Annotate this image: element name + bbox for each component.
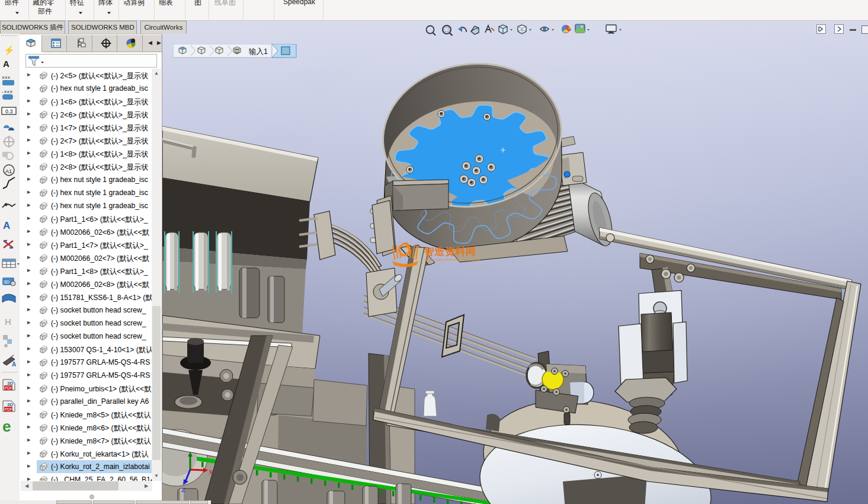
svg-text:xxx: xxx bbox=[2, 75, 11, 80]
svg-text:智造资料网: 智造资料网 bbox=[424, 246, 476, 257]
svg-text:-xxx: -xxx bbox=[1, 89, 12, 94]
svg-text:PDF: PDF bbox=[5, 407, 12, 412]
svg-text:H: H bbox=[5, 317, 11, 327]
svg-text:0.3: 0.3 bbox=[5, 109, 13, 114]
svg-text:3D: 3D bbox=[4, 279, 9, 285]
svg-text:INTELLIGENT MANUFACTURING DATA: INTELLIGENT MANUFACTURING DATA bbox=[425, 258, 480, 261]
svg-text:Z: Z bbox=[181, 486, 185, 493]
svg-text:3D: 3D bbox=[7, 402, 13, 407]
svg-text:A: A bbox=[3, 220, 10, 231]
svg-text:A1: A1 bbox=[5, 168, 12, 174]
svg-text:⚡: ⚡ bbox=[4, 45, 15, 56]
svg-text:A: A bbox=[12, 361, 16, 368]
svg-text:输入1: 输入1 bbox=[249, 47, 268, 56]
svg-text:X: X bbox=[209, 468, 213, 476]
svg-text:PDF: PDF bbox=[5, 386, 12, 390]
svg-text:A: A bbox=[3, 59, 9, 69]
svg-text:3D: 3D bbox=[7, 381, 13, 386]
svg-text:e: e bbox=[2, 417, 11, 435]
